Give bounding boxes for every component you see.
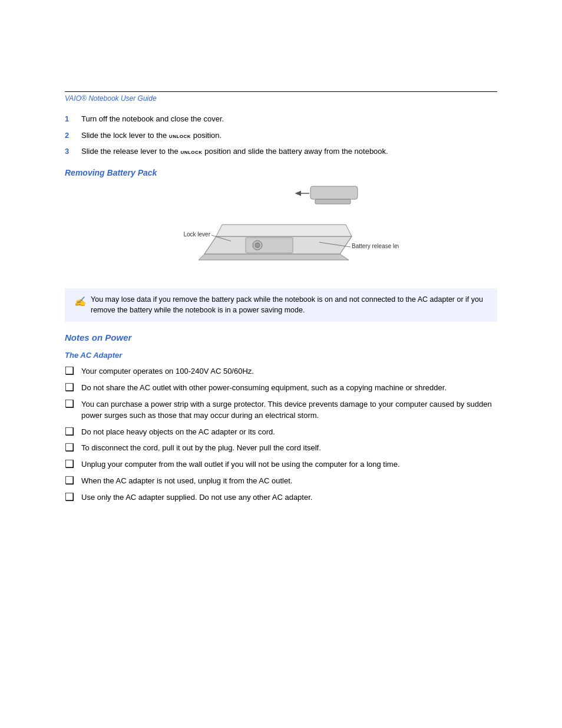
steps-list: 1 Turn off the notebook and close the co… xyxy=(65,113,497,157)
list-text-6: When the AC adapter is not used, unplug … xyxy=(81,475,497,487)
list-text-2: You can purchase a power strip with a su… xyxy=(81,398,497,421)
list-item-6: ❑ When the AC adapter is not used, unplu… xyxy=(65,475,497,487)
bullet-icon-3: ❑ xyxy=(65,426,78,438)
list-item-2: ❑ You can purchase a power strip with a … xyxy=(65,398,497,421)
battery-diagram-svg: Lock lever Battery release lever xyxy=(163,183,399,275)
step-3: 3 Slide the release lever to the unlock … xyxy=(65,146,497,157)
bullet-icon-1: ❑ xyxy=(65,382,78,394)
step-text-2: Slide the lock lever to the unlock posit… xyxy=(81,130,497,141)
step-num-1: 1 xyxy=(65,113,78,125)
svg-marker-8 xyxy=(199,254,349,260)
note-box: ✍ You may lose data if you remove the ba… xyxy=(65,288,497,322)
bullet-icon-0: ❑ xyxy=(65,365,78,377)
bullet-icon-7: ❑ xyxy=(65,492,78,503)
step-num-2: 2 xyxy=(65,130,78,141)
list-item-7: ❑ Use only the AC adapter supplied. Do n… xyxy=(65,492,497,503)
list-item-0: ❑ Your computer operates on 100-240V AC … xyxy=(65,365,497,377)
note-icon: ✍ xyxy=(74,295,86,309)
bullet-icon-4: ❑ xyxy=(65,442,78,454)
step-text-1: Turn off the notebook and close the cove… xyxy=(81,113,497,125)
page-header: VAIO® Notebook User Guide xyxy=(65,94,497,103)
ac-adapter-heading: The AC Adapter xyxy=(65,351,497,360)
list-item-1: ❑ Do not share the AC outlet with other … xyxy=(65,382,497,394)
note-text: You may lose data if you remove the batt… xyxy=(91,294,488,317)
step-text-3: Slide the release lever to the unlock po… xyxy=(81,146,497,157)
list-item-5: ❑ Unplug your computer from the wall out… xyxy=(65,459,497,470)
bullet-icon-6: ❑ xyxy=(65,475,78,487)
list-text-4: To disconnect the cord, pull it out by t… xyxy=(81,442,497,454)
top-rule xyxy=(65,91,497,92)
bullet-icon-5: ❑ xyxy=(65,459,78,470)
diagram-heading: Removing Battery Pack xyxy=(65,168,497,177)
step-num-3: 3 xyxy=(65,146,78,157)
list-text-0: Your computer operates on 100-240V AC 50… xyxy=(81,365,497,377)
content-area: 1 Turn off the notebook and close the co… xyxy=(65,113,497,503)
list-item-3: ❑ Do not place heavy objects on the AC a… xyxy=(65,426,497,438)
unlock-text-1: unlock xyxy=(169,132,191,139)
list-text-3: Do not place heavy objects on the AC ada… xyxy=(81,426,497,438)
battery-release-text: Battery release lever xyxy=(352,243,399,249)
svg-rect-1 xyxy=(315,199,351,204)
step-2: 2 Slide the lock lever to the unlock pos… xyxy=(65,130,497,141)
lock-lever-text: Lock lever xyxy=(183,231,210,238)
notes-on-power-heading: Notes on Power xyxy=(65,332,497,342)
ac-adapter-list: ❑ Your computer operates on 100-240V AC … xyxy=(65,365,497,503)
list-text-7: Use only the AC adapter supplied. Do not… xyxy=(81,492,497,503)
laptop-diagram: Lock lever Battery release lever xyxy=(65,183,497,278)
step-1: 1 Turn off the notebook and close the co… xyxy=(65,113,497,125)
unlock-text-2: unlock xyxy=(180,148,202,155)
svg-rect-0 xyxy=(310,186,358,199)
svg-point-7 xyxy=(255,243,260,248)
list-text-1: Do not share the AC outlet with other po… xyxy=(81,382,497,394)
list-text-5: Unplug your computer from the wall outle… xyxy=(81,459,497,470)
list-item-4: ❑ To disconnect the cord, pull it out by… xyxy=(65,442,497,454)
svg-marker-4 xyxy=(216,225,352,236)
bullet-icon-2: ❑ xyxy=(65,398,78,410)
page: VAIO® Notebook User Guide 1 Turn off the… xyxy=(0,91,562,728)
